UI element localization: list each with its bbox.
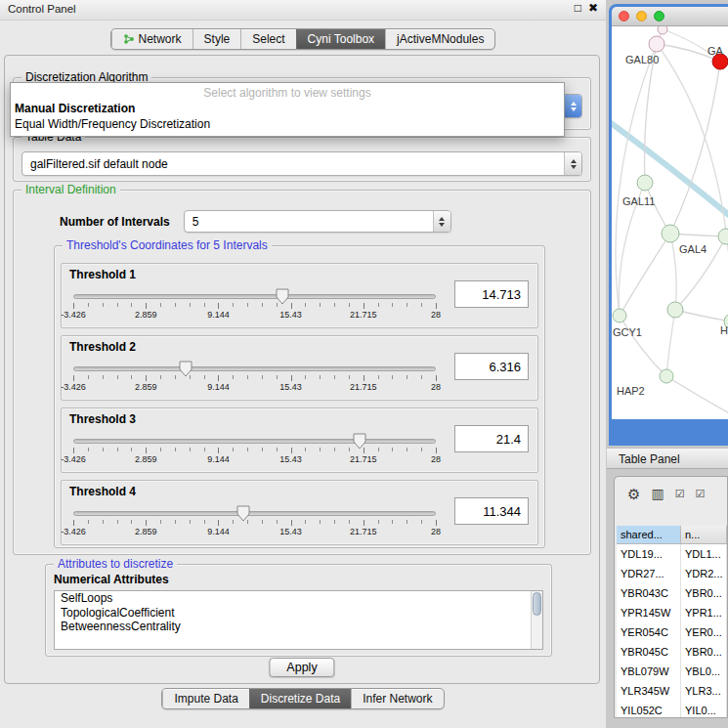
- table-row[interactable]: YBL079W YBL0...: [617, 662, 727, 681]
- close-traffic-icon[interactable]: [619, 11, 629, 21]
- name-cell[interactable]: YLR3...: [681, 681, 727, 701]
- shared-name-cell[interactable]: YIL052C: [617, 701, 681, 717]
- threshold-slider[interactable]: -3.4262.8599.14415.4321.71528: [73, 360, 436, 395]
- list-item[interactable]: BetweennessCentrality: [55, 620, 542, 634]
- list-scrollbar[interactable]: [531, 591, 542, 649]
- table-row[interactable]: YDR27... YDR2...: [617, 564, 727, 583]
- shared-name-cell[interactable]: YER054C: [617, 622, 681, 642]
- shared-name-cell[interactable]: YLR345W: [617, 681, 681, 701]
- table-row[interactable]: YIL052C YIL0...: [617, 701, 727, 717]
- tab[interactable]: Discretize Data: [249, 689, 351, 708]
- slider-ticks: [73, 520, 436, 527]
- svg-text:HAP2: HAP2: [617, 385, 645, 397]
- threshold-label: Threshold 4: [69, 485, 136, 498]
- threshold-value-field[interactable]: [454, 425, 529, 452]
- threshold-label: Threshold 2: [69, 340, 136, 354]
- dropdown-placeholder: Select algorithm to view settings: [11, 83, 564, 101]
- tab[interactable]: Impute Data: [162, 689, 248, 708]
- tab[interactable]: Style: [193, 29, 241, 49]
- interval-definition-group: Interval Definition Number of Intervals …: [13, 190, 591, 555]
- shared-name-cell[interactable]: YBL079W: [617, 662, 681, 681]
- apply-button[interactable]: Apply: [269, 658, 334, 677]
- group-title: Interval Definition: [21, 183, 120, 196]
- shared-name-cell[interactable]: YBR043C: [617, 583, 681, 603]
- shared-name-cell[interactable]: YPR145W: [617, 603, 681, 622]
- numerical-attributes-list[interactable]: SelfLoopsTopologicalCoefficientBetweenne…: [54, 590, 543, 650]
- network-window-titlebar[interactable]: [612, 7, 728, 26]
- slider-tick-labels: -3.4262.8599.14415.4321.71528: [73, 382, 436, 393]
- tab[interactable]: Network: [111, 29, 193, 49]
- slider-track[interactable]: [73, 439, 436, 444]
- name-cell[interactable]: YER0...: [681, 622, 727, 642]
- tab-label: Infer Network: [363, 692, 432, 706]
- tab[interactable]: Select: [240, 29, 295, 49]
- settings-gear-icon[interactable]: ⚙: [627, 487, 640, 501]
- select-all-icon[interactable]: ☑: [675, 489, 685, 499]
- column-header[interactable]: n...: [681, 526, 727, 543]
- shared-name-cell[interactable]: YDL19...: [617, 544, 681, 564]
- name-cell[interactable]: YIL0...: [681, 701, 727, 717]
- list-item[interactable]: TopologicalCoefficient: [55, 606, 542, 621]
- control-panel-titlebar[interactable]: Control Panel □ ✖: [0, 0, 606, 21]
- slider-track[interactable]: [73, 294, 436, 299]
- shared-name-cell[interactable]: YBR045C: [617, 642, 681, 662]
- network-canvas[interactable]: GAL80GAGAL11GAL4GCY1HHAP2: [612, 26, 728, 419]
- threshold-label: Threshold 1: [69, 268, 136, 281]
- algorithm-popup-options: Manual DiscretizationEqual Width/Frequen…: [11, 101, 564, 132]
- shared-name-cell[interactable]: YDR27...: [617, 564, 681, 583]
- tab-label: Discretize Data: [261, 692, 340, 706]
- combo-stepper-icon[interactable]: [433, 211, 450, 232]
- list-item[interactable]: SelfLoops: [55, 591, 542, 606]
- name-cell[interactable]: YBR0...: [681, 583, 727, 603]
- minimize-traffic-icon[interactable]: [636, 11, 647, 21]
- scrollbar-thumb[interactable]: [533, 592, 541, 616]
- tab[interactable]: Cyni Toolbox: [296, 29, 385, 49]
- name-cell[interactable]: YBL0...: [681, 662, 727, 681]
- network-canvas-svg[interactable]: GAL80GAGAL11GAL4GCY1HHAP2: [612, 26, 728, 419]
- table-row[interactable]: YDL19... YDL1...: [617, 544, 727, 564]
- table-row[interactable]: YPR145W YPR1...: [617, 603, 727, 622]
- close-window-icon[interactable]: ✖: [588, 1, 598, 15]
- threshold-value-field[interactable]: [454, 497, 529, 525]
- threshold-value-field[interactable]: [454, 353, 529, 380]
- table-panel-titlebar: Table Panel: [607, 448, 728, 469]
- threshold-value-field[interactable]: [454, 280, 529, 308]
- tab[interactable]: Infer Network: [351, 689, 443, 708]
- name-cell[interactable]: YDL1...: [681, 544, 727, 564]
- table-row[interactable]: YBR045C YBR0...: [617, 642, 727, 662]
- slider-tick-labels: -3.4262.8599.14415.4321.71528: [73, 527, 436, 537]
- combo-stepper-icon[interactable]: [564, 152, 581, 175]
- zoom-traffic-icon[interactable]: [654, 11, 664, 21]
- columns-icon[interactable]: ▥: [651, 487, 664, 500]
- float-window-icon[interactable]: □: [575, 1, 581, 15]
- threshold-slider[interactable]: -3.4262.8599.14415.4321.71528: [73, 432, 436, 467]
- name-cell[interactable]: YPR1...: [681, 603, 727, 622]
- tab[interactable]: jActiveMNodules: [385, 29, 494, 49]
- dropdown-option[interactable]: Manual Discretization: [11, 101, 564, 116]
- select-none-icon[interactable]: ☑: [696, 489, 706, 499]
- table-row[interactable]: YER054C YER0...: [617, 622, 727, 642]
- combo-stepper-icon[interactable]: [564, 95, 581, 117]
- threshold-panel: Threshold 2 -3.4262.8599.14415.4321.7152…: [61, 335, 538, 401]
- table-panel-window: ⚙▥☑☑ shared...n... YDL19... YDL1... YDR2…: [614, 476, 728, 718]
- dropdown-option[interactable]: Equal Width/Frequency Discretization: [11, 116, 564, 132]
- tab-label: Style: [204, 32, 231, 46]
- number-of-intervals-combobox[interactable]: 5: [184, 210, 451, 233]
- numerical-attributes-label: Numerical Attributes: [54, 573, 169, 586]
- name-cell[interactable]: YBR0...: [681, 642, 727, 662]
- network-view-window: GAL80GAGAL11GAL4GCY1HHAP2: [609, 4, 728, 446]
- slider-tick-labels: -3.4262.8599.14415.4321.71528: [73, 454, 436, 465]
- slider-track[interactable]: [73, 366, 436, 371]
- column-header[interactable]: shared...: [617, 526, 681, 543]
- table-data-combobox[interactable]: galFiltered.sif default node: [21, 151, 582, 176]
- table-row[interactable]: YLR345W YLR3...: [617, 681, 727, 701]
- threshold-slider[interactable]: -3.4262.8599.14415.4321.71528: [73, 504, 436, 539]
- slider-track[interactable]: [73, 511, 436, 516]
- table-row[interactable]: YBR043C YBR0...: [617, 583, 727, 603]
- thresholds-coordinates-group: Threshold's Coordinates for 5 Intervals …: [54, 245, 545, 548]
- attributes-to-discretize-group: Attributes to discretize Numerical Attri…: [45, 564, 552, 657]
- threshold-slider[interactable]: -3.4262.8599.14415.4321.71528: [73, 287, 436, 322]
- threshold-panel: Threshold 3 -3.4262.8599.14415.4321.7152…: [61, 407, 538, 473]
- control-panel-window: Control Panel □ ✖ Network Style Select C…: [0, 0, 606, 728]
- name-cell[interactable]: YDR2...: [681, 564, 727, 583]
